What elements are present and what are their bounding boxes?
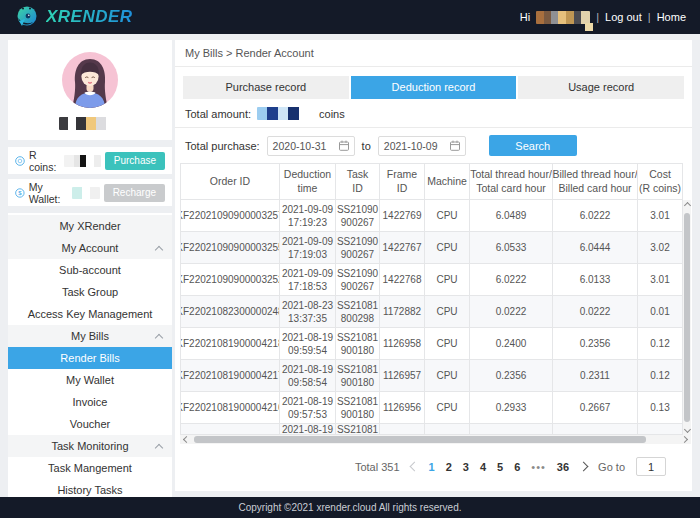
cell-order-id xyxy=(180,424,280,435)
vertical-scrollbar-thumb[interactable] xyxy=(684,213,690,422)
redacted-wallet-value xyxy=(72,187,100,199)
sidebar-item-access-key-management[interactable]: Access Key Management xyxy=(8,303,172,325)
column-header-machine: Machine xyxy=(425,163,470,200)
table-row: KF220210819000042182021-08-1909:59:54SS2… xyxy=(180,328,683,360)
sidebar-item-sub-account[interactable]: Sub-account xyxy=(8,259,172,281)
sidebar-item-label: Invoice xyxy=(73,396,108,408)
horizontal-scrollbar[interactable] xyxy=(180,435,691,444)
breadcrumb-my-bills[interactable]: My Bills xyxy=(185,47,223,59)
recharge-button[interactable]: Recharge xyxy=(104,184,165,202)
brand-name: XRENDER xyxy=(46,7,133,27)
sidebar-item-render-bills[interactable]: Render Bills xyxy=(8,347,172,369)
column-header-cost: Cost(R coins) xyxy=(638,163,683,200)
sidebar-item-my-account[interactable]: My Account xyxy=(8,237,172,259)
cell-deduction-time: 2021-08-2313:37:35 xyxy=(280,296,336,328)
pagination-page-3[interactable]: 3 xyxy=(463,461,469,473)
sidebar-item-invoice[interactable]: Invoice xyxy=(8,391,172,413)
rcoins-label: R coins: xyxy=(29,149,60,173)
pagination-page-4[interactable]: 4 xyxy=(480,461,486,473)
tab-deduction-record[interactable]: Deduction record xyxy=(351,76,517,99)
cell-cost: 3.01 xyxy=(638,200,683,232)
redacted-total-amount xyxy=(257,107,313,120)
cell-billed-hour xyxy=(553,424,638,435)
top-header: XRENDER Hi | Log out | Home xyxy=(0,0,700,34)
sidebar-item-task-mangement[interactable]: Task Mangement xyxy=(8,457,172,479)
chevron-up-icon xyxy=(155,334,163,342)
coins-suffix: coins xyxy=(319,108,345,120)
scroll-down-icon[interactable] xyxy=(683,426,690,433)
pagination-page-6[interactable]: 6 xyxy=(514,461,520,473)
sidebar-item-label: My XRender xyxy=(59,220,120,232)
pagination-ellipsis[interactable]: ••• xyxy=(531,461,546,473)
total-purchase-label: Total purchase: xyxy=(185,140,260,152)
sidebar-item-my-bills[interactable]: My Bills xyxy=(8,325,172,347)
cell-billed-hour: 0.2311 xyxy=(553,360,638,392)
sidebar-item-label: Task Monitoring xyxy=(51,440,128,452)
sidebar-item-label: My Account xyxy=(62,242,119,254)
svg-text:$: $ xyxy=(18,190,22,196)
sidebar-item-task-group[interactable]: Task Group xyxy=(8,281,172,303)
sidebar-item-my-xrender[interactable]: My XRender xyxy=(8,215,172,237)
pagination-prev-icon[interactable] xyxy=(409,462,419,472)
pagination: Total 351 123456•••36 Go to xyxy=(175,444,692,476)
rcoins-row: R coins: Purchase xyxy=(8,147,172,174)
date-to-input[interactable]: 2021-10-09 xyxy=(378,136,466,156)
cell-total-hour: 0.0222 xyxy=(470,296,553,328)
vertical-scrollbar[interactable] xyxy=(683,200,691,435)
table-header-row: Order IDDeductiontimeTaskIDFrameIDMachin… xyxy=(180,163,691,200)
sidebar-item-history-tasks[interactable]: History Tasks xyxy=(8,479,172,497)
scroll-right-icon[interactable] xyxy=(681,436,688,443)
cell-machine xyxy=(425,424,470,435)
sidebar-item-label: My Bills xyxy=(71,330,109,342)
cell-machine: CPU xyxy=(425,392,470,424)
table-body: KF220210909000032572021-09-0917:19:23SS2… xyxy=(180,200,691,435)
redacted-rcoins-value xyxy=(64,155,100,167)
redacted-username xyxy=(536,11,590,24)
search-button[interactable]: Search xyxy=(489,135,577,156)
date-from-input[interactable]: 2020-10-31 xyxy=(267,136,355,156)
sidebar-item-my-wallet[interactable]: My Wallet xyxy=(8,369,172,391)
cell-task-id: SS21090900267 xyxy=(336,264,380,296)
cell-machine: CPU xyxy=(425,296,470,328)
table-body-rows: KF220210909000032572021-09-0917:19:23SS2… xyxy=(180,200,683,435)
cell-order-id: KF22021081900004218 xyxy=(180,328,280,360)
cell-order-id: KF22021081900004216 xyxy=(180,392,280,424)
pagination-next-icon[interactable] xyxy=(579,462,589,472)
goto-page-input[interactable] xyxy=(636,457,666,476)
scroll-left-icon[interactable] xyxy=(183,436,190,443)
xrender-app: XRENDER Hi | Log out | Home xyxy=(0,0,700,518)
tab-usage-record[interactable]: Usage record xyxy=(518,76,684,99)
pagination-pages: 123456•••36 xyxy=(429,461,570,473)
record-tabs: Purchase recordDeduction recordUsage rec… xyxy=(183,76,684,99)
tab-purchase-record[interactable]: Purchase record xyxy=(183,76,349,99)
column-header-deduction: Deductiontime xyxy=(280,163,336,200)
sidebar-item-task-monitoring[interactable]: Task Monitoring xyxy=(8,435,172,457)
scroll-up-icon[interactable] xyxy=(683,202,690,209)
cell-task-id: SS21081900180 xyxy=(336,392,380,424)
horizontal-scrollbar-thumb[interactable] xyxy=(194,436,646,443)
sidebar-item-label: Render Bills xyxy=(60,352,119,364)
user-avatar[interactable] xyxy=(62,52,118,108)
pagination-page-5[interactable]: 5 xyxy=(497,461,503,473)
logout-link[interactable]: Log out xyxy=(605,11,642,23)
goto-label: Go to xyxy=(598,461,625,473)
breadcrumb-current: Render Account xyxy=(235,47,313,59)
pagination-page-2[interactable]: 2 xyxy=(446,461,452,473)
home-link[interactable]: Home xyxy=(657,11,686,23)
pagination-total: Total 351 xyxy=(355,461,400,473)
cell-billed-hour: 6.0133 xyxy=(553,264,638,296)
brand[interactable]: XRENDER xyxy=(14,4,133,30)
purchase-button[interactable]: Purchase xyxy=(105,152,165,170)
cell-order-id: KF22021081900004217 xyxy=(180,360,280,392)
cell-total-hour: 0.2356 xyxy=(470,360,553,392)
cell-task-id: SS21090900267 xyxy=(336,232,380,264)
header-separator: | xyxy=(648,11,651,23)
sidebar-item-voucher[interactable]: Voucher xyxy=(8,413,172,435)
pagination-page-36[interactable]: 36 xyxy=(557,461,569,473)
breadcrumb: My Bills > Render Account xyxy=(175,40,692,67)
date-to-value: 2021-10-09 xyxy=(384,140,438,152)
chevron-up-icon xyxy=(155,246,163,254)
pagination-page-1[interactable]: 1 xyxy=(429,461,435,473)
cell-frame-id: 1172882 xyxy=(380,296,425,328)
cell-frame-id: 1422768 xyxy=(380,264,425,296)
